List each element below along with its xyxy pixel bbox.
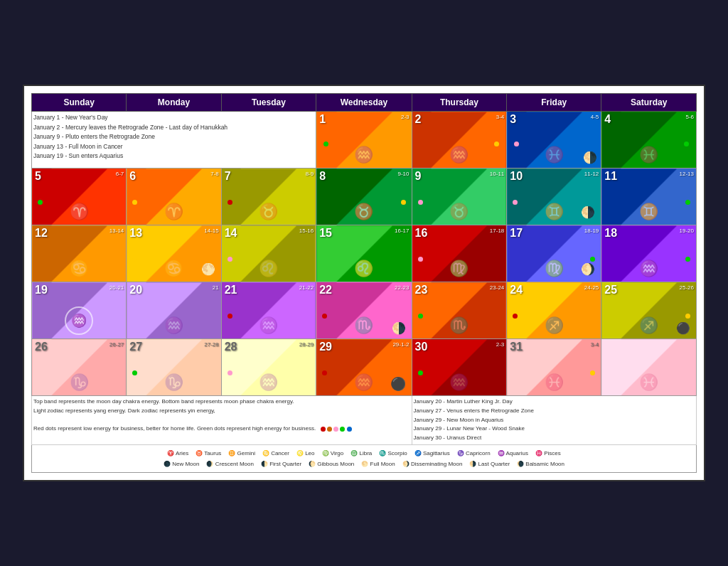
- zodiac-18: ♒: [639, 260, 658, 278]
- moon-days-1: 2-3: [401, 114, 410, 120]
- zodiac-29: ♒: [354, 373, 373, 392]
- moon-days-22: 22-23: [395, 284, 409, 291]
- day-number-29: 29: [319, 341, 332, 353]
- day-number-19: 19: [35, 284, 48, 297]
- moon-days-11: 12-13: [680, 171, 694, 177]
- header-monday: Monday: [127, 94, 221, 112]
- zodiac-26: ♑: [70, 373, 89, 392]
- day-number-20: 20: [129, 284, 142, 297]
- day-number-10: 10: [510, 170, 523, 183]
- zodiac-25: ♐: [639, 316, 658, 335]
- day-25: 25 25-26 ⚫ ♐: [601, 282, 697, 339]
- day-19: 19 20-21 ♒: [32, 282, 127, 339]
- zodiac-12: ♋: [70, 260, 89, 278]
- day-number-13: 13: [129, 227, 142, 240]
- header-wednesday: Wednesday: [316, 94, 412, 112]
- moon-days-27: 27-28: [204, 341, 218, 348]
- day-3: 3 4-5 🌗 ♓: [507, 112, 601, 169]
- moon-phase-13: 🌕: [201, 262, 215, 276]
- legend-first-quarter: 🌓 First Quarter: [261, 461, 301, 467]
- week1-notes: January 1 - New Year's Day January 2 - M…: [32, 112, 316, 169]
- day-number-2: 2: [415, 113, 422, 126]
- zodiac-20: ♒: [164, 316, 183, 335]
- zodiac-2: ♒: [449, 146, 469, 164]
- legend-virgo: ♍ Virgo: [322, 450, 344, 456]
- moon-days-29: 29-1-2: [392, 341, 409, 348]
- day-5: 5 6-7 ♈: [32, 169, 127, 225]
- day-16: 16 17-18 ♍: [412, 225, 507, 282]
- moon-days-9: 10-11: [490, 171, 504, 177]
- zodiac-14: ♌: [259, 260, 278, 278]
- moon-days-30: 2-3: [496, 341, 505, 348]
- moon-days-24: 24-25: [584, 284, 599, 291]
- legend-new-moon: 🌑 New Moon: [164, 461, 199, 467]
- moon-days-8: 9-10: [398, 171, 410, 177]
- zodiac-30: ♒: [449, 373, 469, 392]
- zodiac-28: ♒: [259, 373, 278, 392]
- day-4: 4 5-6 ♓: [601, 112, 697, 169]
- zodiac-23: ♏: [449, 316, 469, 335]
- moon-days-3: 4-5: [591, 114, 599, 120]
- zodiac-24: ♐: [545, 316, 564, 335]
- day-number-30: 30: [415, 341, 428, 353]
- moon-days-17: 18-19: [584, 228, 599, 234]
- moon-days-7: 8-9: [306, 171, 314, 177]
- day-6: 6 7-8 ♈: [127, 169, 221, 225]
- legend-gemini: ♊ Gemini: [228, 450, 255, 456]
- day-20: 20 21 ♒: [127, 282, 221, 339]
- legend-taurus: ♉ Taurus: [196, 450, 221, 456]
- zodiac-6: ♈: [164, 203, 183, 221]
- legend-crescent-moon: 🌒 Crescent Moon: [206, 461, 253, 467]
- day-number-26: 26: [35, 341, 48, 353]
- day-26: 26 26-27 ♑: [32, 339, 127, 396]
- header-saturday: Saturday: [601, 94, 697, 112]
- day-2: 2 3-4 ♒: [412, 112, 507, 169]
- day-number-5: 5: [35, 170, 41, 183]
- day-number-9: 9: [415, 170, 422, 183]
- zodiac-9: ♉: [449, 203, 469, 221]
- day-feb1: ♓: [601, 339, 697, 396]
- moon-days-2: 3-4: [496, 114, 505, 120]
- day-number-7: 7: [225, 170, 231, 183]
- day-number-6: 6: [129, 170, 136, 183]
- legend-scorpio: ♏ Scorpio: [379, 450, 407, 456]
- day-23: 23 23-24 ♏: [412, 282, 507, 339]
- moon-days-10: 11-12: [584, 171, 599, 177]
- moon-days-23: 23-24: [490, 284, 504, 291]
- day-number-28: 28: [225, 341, 237, 353]
- day-13: 13 14-15 🌕 ♋: [127, 225, 221, 282]
- zodiac-3: ♓: [545, 146, 564, 164]
- moon-phase-10: 🌗: [581, 205, 595, 219]
- moon-phase-17: 🌖: [581, 262, 595, 276]
- legend-libra: ♎ Libra: [350, 450, 372, 456]
- moon-phase-3: 🌗: [583, 151, 597, 164]
- header-friday: Friday: [507, 94, 601, 112]
- day-24: 24 24-25 ♐: [507, 282, 601, 339]
- day-number-4: 4: [604, 113, 611, 126]
- day-12: 12 13-14 ♋: [32, 225, 127, 282]
- moon-phase-25: ⚫: [676, 321, 690, 335]
- legend-aries: ♈ Aries: [167, 450, 188, 456]
- day-number-1: 1: [319, 113, 326, 126]
- day-number-16: 16: [415, 227, 428, 240]
- zodiac-10: ♊: [545, 203, 564, 221]
- day-number-18: 18: [604, 227, 617, 240]
- moon-days-16: 17-18: [490, 228, 504, 234]
- zodiac-27: ♑: [164, 373, 183, 392]
- zodiac-feb1: ♓: [639, 373, 658, 392]
- day-22: 22 22-23 🌗 ♏: [316, 282, 412, 339]
- legend-leo: ♌ Leo: [296, 450, 315, 456]
- day-number-3: 3: [510, 113, 516, 126]
- moon-days-18: 19-20: [680, 228, 694, 234]
- day-1: 1 2-3 ♒: [316, 112, 412, 169]
- legend-capricorn: ♑ Capricorn: [457, 450, 491, 456]
- day-number-21: 21: [225, 284, 237, 297]
- zodiac-1: ♒: [354, 146, 373, 164]
- aquarius-emblem: ♒: [65, 306, 93, 335]
- day-27: 27 27-28 ♑: [127, 339, 221, 396]
- day-number-15: 15: [319, 227, 332, 240]
- zodiac-22: ♏: [354, 316, 373, 335]
- moon-days-21: 21-22: [299, 284, 314, 291]
- footer-left: Top band represents the moon day chakra …: [32, 396, 412, 445]
- calendar-table: Sunday Monday Tuesday Wednesday Thursday…: [31, 93, 697, 473]
